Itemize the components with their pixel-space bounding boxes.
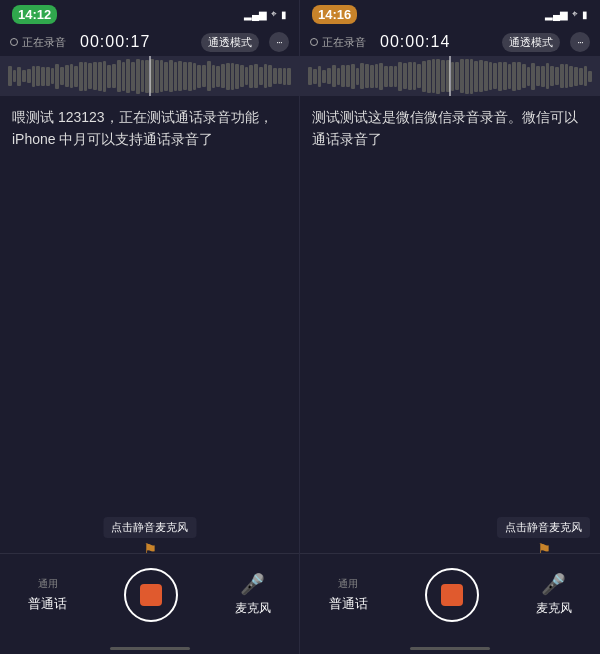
- wave-bar: [103, 61, 107, 92]
- wave-bar: [555, 67, 559, 85]
- wave-bar: [370, 65, 374, 88]
- wave-bar: [212, 65, 216, 88]
- wave-bar: [356, 68, 360, 85]
- wave-bar: [169, 60, 173, 92]
- wave-bar: [22, 70, 26, 82]
- wave-bar: [202, 65, 206, 87]
- right-mic-icon: 🎤: [541, 572, 566, 596]
- wave-bar: [268, 65, 272, 87]
- wave-bar: [126, 59, 130, 93]
- wave-bar: [584, 66, 588, 86]
- wave-bar: [160, 60, 164, 92]
- wave-bar: [460, 59, 464, 93]
- left-general-label: 通用: [38, 577, 58, 591]
- wave-bar: [546, 63, 550, 89]
- wave-bar: [403, 63, 407, 89]
- left-recording-bar: 正在录音 00:00:17 通透模式 ···: [0, 28, 299, 56]
- right-record-btn-circle[interactable]: [425, 568, 479, 622]
- left-call-label: 普通话: [28, 595, 67, 613]
- right-record-inner-square: [441, 584, 463, 606]
- left-home-indicator: [0, 643, 299, 654]
- right-record-button[interactable]: [425, 568, 479, 622]
- right-wifi-icon: ⌖: [572, 8, 578, 20]
- left-record-button[interactable]: [124, 568, 178, 622]
- wave-bar: [451, 62, 455, 91]
- right-more-dots: ···: [577, 37, 582, 48]
- wave-bar: [527, 67, 531, 86]
- wave-bar: [51, 68, 55, 84]
- right-recording-bar: 正在录音 00:00:14 通透模式 ···: [300, 28, 600, 56]
- left-more-dots: ···: [276, 37, 281, 48]
- wave-bar: [565, 64, 569, 88]
- left-more-button[interactable]: ···: [269, 32, 289, 52]
- wave-bar: [341, 65, 345, 87]
- wave-bar: [278, 68, 282, 84]
- left-mic-icon: 🎤: [240, 572, 265, 596]
- wave-bar: [489, 62, 493, 90]
- wave-bar: [79, 62, 83, 91]
- right-more-button[interactable]: ···: [570, 32, 590, 52]
- wave-bar: [36, 66, 40, 86]
- wave-bar: [588, 71, 592, 82]
- left-recording-label: 正在录音: [22, 35, 66, 50]
- right-signal-icon: ▂▄▆: [545, 9, 568, 20]
- wave-bar: [522, 64, 526, 88]
- right-status-icons: ▂▄▆ ⌖ ▮: [545, 8, 588, 20]
- wave-bar: [560, 64, 564, 88]
- wave-bar: [117, 60, 121, 92]
- left-transcript-text: 喂测试 123123，正在测试通话录音功能，iPhone 中月可以支持通话录音了: [12, 109, 273, 147]
- right-phone-panel: 14:16 ▂▄▆ ⌖ ▮ 正在录音 00:00:14 通透模式 ··· 测试测…: [300, 0, 600, 654]
- right-waveform-playhead: [450, 56, 451, 96]
- wave-bar: [512, 62, 516, 91]
- wave-bar: [174, 62, 178, 91]
- left-transparent-mode[interactable]: 通透模式: [201, 33, 259, 52]
- wave-bar: [470, 59, 474, 94]
- wave-bar: [249, 65, 253, 88]
- right-recording-timer: 00:00:14: [380, 33, 450, 51]
- wave-bar: [508, 64, 512, 89]
- left-toolbar-mic[interactable]: 🎤 麦克风: [235, 572, 271, 617]
- right-transparent-mode[interactable]: 通透模式: [502, 33, 560, 52]
- wave-bar: [88, 63, 92, 89]
- left-toolbar-general[interactable]: 通用 普通话: [28, 577, 67, 613]
- right-transcript-text: 测试测试这是微信微信录音录音。微信可以通话录音了: [312, 109, 578, 147]
- wave-bar: [216, 66, 220, 87]
- wave-bar: [579, 68, 583, 85]
- wave-bar: [150, 59, 154, 93]
- left-record-btn-circle[interactable]: [124, 568, 178, 622]
- wave-bar: [264, 64, 268, 88]
- left-record-inner-square: [140, 584, 162, 606]
- wave-bar: [474, 61, 478, 92]
- wave-bar: [231, 63, 235, 90]
- wave-bar: [60, 67, 64, 85]
- wave-bar: [465, 59, 469, 94]
- wave-bar: [384, 66, 388, 87]
- right-recording-indicator: 正在录音: [310, 35, 366, 50]
- wave-bar: [337, 68, 341, 85]
- wave-bar: [346, 65, 350, 87]
- wave-bar: [245, 67, 249, 85]
- wave-bar: [131, 62, 135, 91]
- wave-bar: [432, 59, 436, 93]
- wave-bar: [541, 66, 545, 87]
- wave-bar: [408, 62, 412, 90]
- wave-bar: [193, 63, 197, 90]
- wave-bar: [287, 68, 291, 85]
- right-transcript-area: 测试测试这是微信微信录音录音。微信可以通话录音了: [300, 96, 600, 553]
- wave-bar: [313, 69, 317, 84]
- right-toolbar-mic[interactable]: 🎤 麦克风: [536, 572, 572, 617]
- right-recording-label: 正在录音: [322, 35, 366, 50]
- right-status-bar: 14:16 ▂▄▆ ⌖ ▮: [300, 0, 600, 28]
- right-status-time: 14:16: [312, 5, 357, 24]
- right-flag-tooltip-text: 点击静音麦克风: [497, 517, 590, 538]
- wave-bar: [122, 62, 126, 91]
- left-status-bar: 14:12 ▂▄▆ ⌖ ▮: [0, 0, 299, 28]
- wave-bar: [536, 66, 540, 86]
- wave-bar: [493, 63, 497, 89]
- right-toolbar-general[interactable]: 通用 普通话: [329, 577, 368, 613]
- wave-bar: [322, 70, 326, 83]
- wave-bar: [164, 62, 168, 91]
- left-status-time: 14:12: [12, 5, 57, 24]
- left-rec-dot: [10, 38, 18, 46]
- wave-bar: [65, 65, 69, 87]
